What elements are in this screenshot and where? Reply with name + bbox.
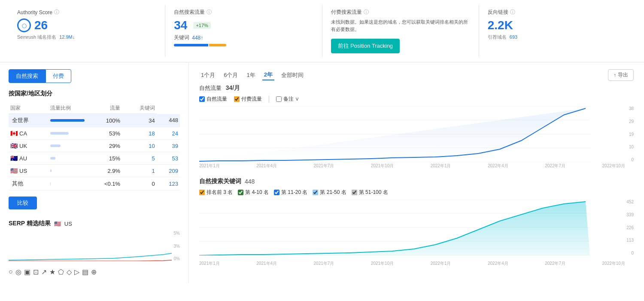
- organic-traffic-title: 自然搜索流量 ⓘ: [174, 9, 313, 16]
- country-keywords: 123: [157, 177, 180, 190]
- serp-icon-3: ▣: [24, 268, 30, 276]
- export-button[interactable]: ↑ 导出: [608, 69, 634, 81]
- checkbox-4-10[interactable]: [238, 190, 243, 195]
- legend-organic: 自然流量: [199, 95, 227, 103]
- kw-chart-wrapper: 452 339 226 113 0: [199, 200, 634, 267]
- col-traffic: 流量: [86, 103, 122, 114]
- organic-x-labels: 2021年1月 2021年4月 2021年7月 2021年10月 2022年1月…: [199, 163, 634, 169]
- country-percent: 15%: [86, 152, 122, 165]
- country-keywords: 39: [157, 140, 180, 152]
- legend-divider: [269, 96, 269, 103]
- compare-button[interactable]: 比较: [9, 197, 37, 209]
- table-row[interactable]: 🇺🇸US 2.9% 1 209: [9, 165, 180, 177]
- country-bar: [49, 127, 86, 140]
- checkbox-11-20[interactable]: [274, 190, 279, 195]
- country-traffic: 18: [122, 127, 157, 140]
- kw-chart-svg: G G G G G G G G G: [199, 200, 598, 255]
- kw-legend-11-20: 第 11-20 名: [274, 189, 307, 196]
- metrics-bar: Authority Score ⓘ ◯ 26 Semrush 域名排名 12.9…: [0, 0, 644, 62]
- export-icon: ↑: [614, 72, 616, 78]
- col-keywords: 关键词: [122, 103, 157, 114]
- country-bar: [49, 177, 86, 190]
- tab-paid[interactable]: 付费: [46, 69, 71, 83]
- kw-value: 448: [245, 178, 255, 185]
- serp-icon-9: ▷: [74, 268, 79, 276]
- checkbox-top3[interactable]: [199, 190, 205, 195]
- serp-icon-7: ⬠: [58, 268, 64, 276]
- country-name: 🇬🇧UK: [9, 140, 49, 152]
- kw-x-labels: 2021年1月 2021年4月 2021年7月 2021年10月 2022年1月…: [199, 261, 634, 267]
- country-table: 国家 流量比例 流量 关键词 全世界 100% 34 448 🇨🇦CA 53% …: [9, 103, 180, 190]
- organic-legend-row: 自然流量 付费流量 备注 ∨: [199, 95, 634, 103]
- serp-icon-2: ◎: [15, 268, 21, 276]
- position-tracking-button[interactable]: 前往 Position Tracking: [331, 39, 400, 53]
- serp-section: SERP 精选结果 🇺🇸 US 5% 3% 0% ○ ◎: [9, 220, 180, 276]
- semrush-rank: Semrush 域名排名 12.9M↓: [17, 34, 156, 40]
- country-traffic: 34: [122, 114, 157, 127]
- country-bar: [49, 140, 86, 152]
- ref-domains: 引荐域名 693: [488, 34, 627, 40]
- info-icon-backlinks[interactable]: ⓘ: [510, 9, 515, 16]
- country-keywords: 448: [157, 114, 180, 127]
- time-2year[interactable]: 2年: [262, 70, 274, 80]
- checkbox-notes[interactable]: [276, 96, 282, 102]
- time-6month[interactable]: 6个月: [222, 71, 240, 80]
- serp-icon-5: ↗: [41, 268, 47, 276]
- country-traffic: 0: [122, 177, 157, 190]
- serp-icon-1: ○: [9, 268, 13, 276]
- left-panel: 自然搜索 付费 按国家/地区划分 国家 流量比例 流量 关键词 全世界 100%…: [0, 62, 189, 283]
- organic-traffic-block: 自然搜索流量 ⓘ 34 +17% 关键词 448↑: [165, 5, 322, 57]
- serp-title: SERP 精选结果: [9, 220, 51, 227]
- authority-score-ring: ◯: [17, 18, 31, 32]
- country-traffic: 5: [122, 152, 157, 165]
- info-icon-organic[interactable]: ⓘ: [207, 9, 212, 16]
- organic-chart-subtitle: 自然流量 34/月: [199, 84, 634, 92]
- table-row[interactable]: 其他 <0.1% 0 123: [9, 177, 180, 190]
- checkbox-organic[interactable]: [199, 96, 205, 102]
- country-bar: [49, 165, 86, 177]
- info-icon[interactable]: ⓘ: [54, 9, 59, 16]
- checkbox-51-100[interactable]: [352, 190, 357, 195]
- kw-legend-51-100: 第 51-100 名: [352, 189, 388, 196]
- time-1year[interactable]: 1年: [245, 71, 257, 80]
- serp-mini-svg: [9, 231, 172, 261]
- time-1month[interactable]: 1个月: [199, 71, 217, 80]
- kw-title-row: 自然搜索关键词 448: [199, 178, 634, 185]
- info-icon-paid[interactable]: ⓘ: [364, 9, 369, 16]
- backlinks-value: 2.2K: [488, 18, 627, 32]
- table-row[interactable]: 🇨🇦CA 53% 18 24: [9, 127, 180, 140]
- serp-icon-6: ★: [49, 268, 55, 276]
- col-country: 国家: [9, 103, 49, 114]
- serp-title-row: SERP 精选结果 🇺🇸 US: [9, 220, 180, 227]
- country-bar: [49, 152, 86, 165]
- legend-paid: 付费流量: [234, 95, 262, 103]
- right-panel: 1个月 6个月 1年 2年 全部时间 ↑ 导出 自然流量 34/月 自然流量: [189, 62, 644, 283]
- country-section-title: 按国家/地区划分: [9, 90, 180, 98]
- paid-traffic-block: 付费搜索流量 ⓘ 未找到数据。如果这是您的域名，您可以获取关键词排名相关的所有必…: [322, 5, 479, 57]
- country-name: 🇺🇸US: [9, 165, 49, 177]
- table-row[interactable]: 🇬🇧UK 29% 10 39: [9, 140, 180, 152]
- serp-region: US: [64, 221, 72, 227]
- table-row[interactable]: 🇦🇺AU 15% 5 53: [9, 152, 180, 165]
- authority-score-title: Authority Score ⓘ: [17, 9, 156, 16]
- svg-marker-10: [199, 202, 590, 255]
- checkbox-paid-flow[interactable]: [234, 96, 240, 102]
- backlinks-block: 反向链接 ⓘ 2.2K 引荐域名 693: [479, 5, 635, 57]
- time-all[interactable]: 全部时间: [279, 71, 305, 80]
- table-row[interactable]: 全世界 100% 34 448: [9, 114, 180, 127]
- country-percent: 29%: [86, 140, 122, 152]
- tab-row: 自然搜索 付费: [9, 69, 180, 83]
- organic-chart-section: 自然流量 34/月 自然流量 付费流量 备注 ∨: [199, 84, 634, 169]
- country-percent: 53%: [86, 127, 122, 140]
- organic-y-labels: 38 29 19 10 0: [629, 106, 634, 162]
- serp-icons-row: ○ ◎ ▣ ⊡ ↗ ★ ⬠ ◇ ▷ ▤ ⊕: [9, 268, 180, 276]
- kw-legend-row: 排名前 3 名 第 4-10 名 第 11-20 名 第 21-50 名 第 5…: [199, 189, 634, 196]
- kw-legend-top3: 排名前 3 名: [199, 189, 233, 196]
- tab-organic[interactable]: 自然搜索: [9, 69, 46, 83]
- kw-y-labels: 452 339 226 113 0: [626, 200, 634, 255]
- export-label: 导出: [618, 71, 628, 79]
- authority-score-block: Authority Score ⓘ ◯ 26 Semrush 域名排名 12.9…: [9, 5, 165, 57]
- serp-icon-8: ◇: [67, 268, 72, 276]
- country-keywords: 209: [157, 165, 180, 177]
- checkbox-21-50[interactable]: [313, 190, 318, 195]
